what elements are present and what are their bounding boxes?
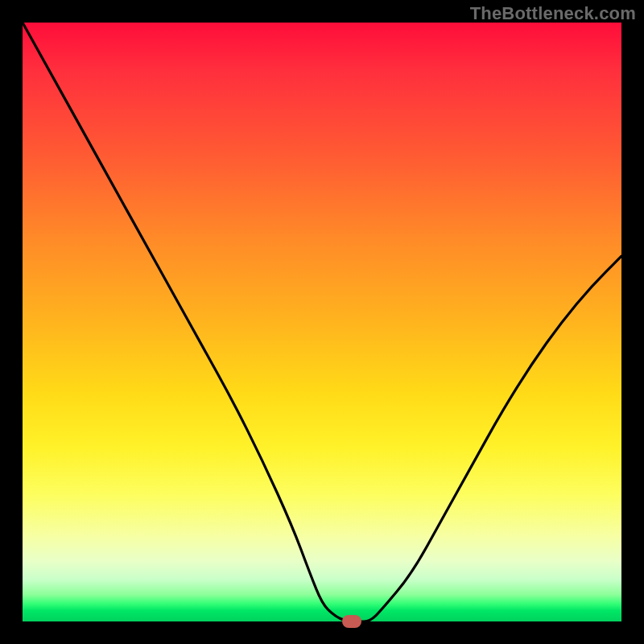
watermark-text: TheBottleneck.com — [470, 3, 636, 24]
bottleneck-curve — [23, 23, 621, 621]
chart-plot-area — [23, 23, 621, 621]
chart-frame: TheBottleneck.com — [0, 0, 644, 644]
min-marker — [342, 615, 361, 628]
